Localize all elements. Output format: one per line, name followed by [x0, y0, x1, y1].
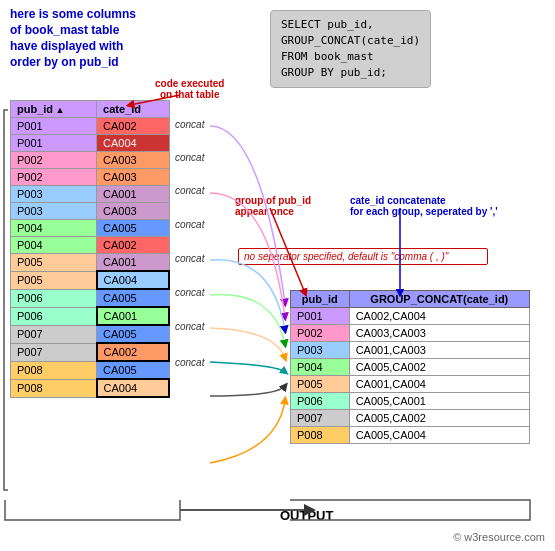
table-row: P002CA003 [11, 169, 170, 186]
table-row: P001CA004 [11, 135, 170, 152]
table-row: P005CA001 [11, 254, 170, 272]
table-row: P006CA001 [11, 307, 170, 325]
rt-row: P006CA005,CA001 [291, 393, 530, 410]
code-label: code executed on that table [155, 78, 224, 100]
col-cateid: cate_id [97, 101, 169, 118]
table-row: P007CA005 [11, 325, 170, 343]
table-row: P004CA002 [11, 237, 170, 254]
rt-row: P005CA001,CA004 [291, 376, 530, 393]
rt-row: P008CA005,CA004 [291, 427, 530, 444]
watermark: © w3resource.com [453, 531, 545, 543]
annot-group: group of pub_idappear once [235, 195, 311, 217]
rt-row: P003CA001,CA003 [291, 342, 530, 359]
annot-concat: cate_id concatenatefor each group, seper… [350, 195, 498, 217]
col-pubid: pub_id [11, 101, 97, 118]
rt-row: P007CA005,CA002 [291, 410, 530, 427]
concat-6: concat [175, 287, 204, 298]
table-row: P002CA003 [11, 152, 170, 169]
table-row: P003CA003 [11, 203, 170, 220]
table-row: P008CA004 [11, 379, 170, 397]
rt-row: P004CA005,CA002 [291, 359, 530, 376]
concat-8: concat [175, 357, 204, 368]
table-row: P006CA005 [11, 289, 170, 307]
concat-5: concat [175, 253, 204, 264]
concat-3: concat [175, 185, 204, 196]
rt-row: P002CA003,CA003 [291, 325, 530, 342]
rt-col-concat: GROUP_CONCAT(cate_id) [349, 291, 529, 308]
rt-row: P001CA002,CA004 [291, 308, 530, 325]
right-table: pub_id GROUP_CONCAT(cate_id) P001CA002,C… [290, 290, 530, 444]
description-text: here is some columns of book_mast table … [10, 6, 136, 70]
concat-1: concat [175, 119, 204, 130]
table-row: P001CA002 [11, 118, 170, 135]
output-label: OUTPUT [280, 508, 333, 523]
rt-col-pubid: pub_id [291, 291, 350, 308]
table-row: P007CA002 [11, 343, 170, 361]
table-row: P008CA005 [11, 361, 170, 379]
table-row: P005CA004 [11, 271, 170, 289]
concat-2: concat [175, 152, 204, 163]
sql-box: SELECT pub_id, GROUP_CONCAT(cate_id) FRO… [270, 10, 431, 88]
left-table: pub_id cate_id P001CA002 P001CA004 P002C… [10, 100, 170, 398]
table-row: P003CA001 [11, 186, 170, 203]
concat-4: concat [175, 219, 204, 230]
page-container: here is some columns of book_mast table … [0, 0, 555, 551]
annot-separator: no seperator specified, default is "comm… [238, 248, 488, 265]
table-row: P004CA005 [11, 220, 170, 237]
concat-7: concat [175, 321, 204, 332]
